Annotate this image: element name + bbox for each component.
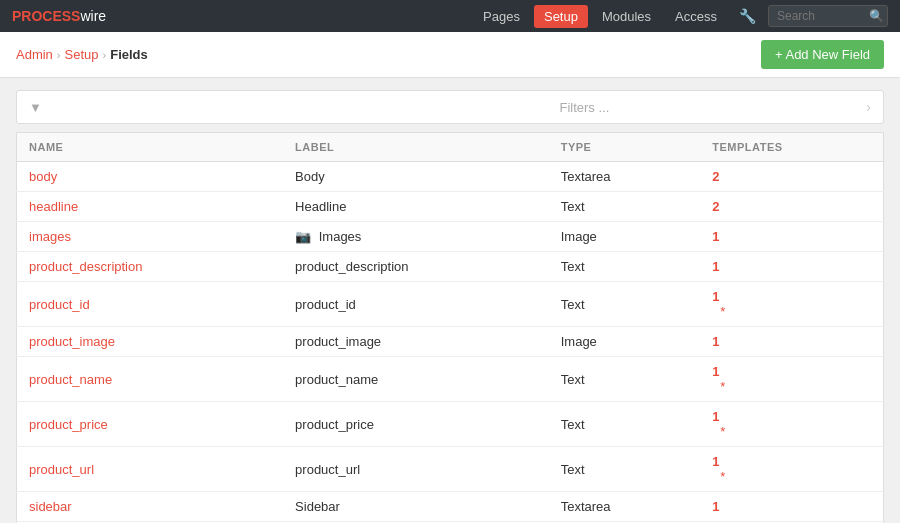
table-row: product_priceproduct_priceText1* (17, 402, 884, 447)
filter-expand-icon: › (866, 99, 871, 115)
logo-process: PROCESS (12, 8, 80, 24)
field-name-link[interactable]: product_price (29, 417, 108, 432)
field-templates: 2 (700, 192, 883, 222)
nav-pages[interactable]: Pages (473, 5, 530, 28)
field-templates: 1 (700, 252, 883, 282)
table-row: product_nameproduct_nameText1* (17, 357, 884, 402)
field-name-link[interactable]: product_description (29, 259, 142, 274)
nav: Pages Setup Modules Access 🔧 🔍 (473, 5, 888, 28)
breadcrumb-links: Admin › Setup › Fields (16, 47, 148, 62)
nav-setup[interactable]: Setup (534, 5, 588, 28)
table-row: product_imageproduct_imageImage1 (17, 327, 884, 357)
template-count: 1 (712, 259, 719, 274)
field-templates: 1 (700, 222, 883, 252)
table-row: product_urlproduct_urlText1* (17, 447, 884, 492)
field-name-link[interactable]: product_id (29, 297, 90, 312)
template-count: 1 (712, 334, 719, 349)
breadcrumb-admin[interactable]: Admin (16, 47, 53, 62)
field-name-link[interactable]: product_name (29, 372, 112, 387)
template-count: 1 (712, 454, 719, 469)
field-type: Text (549, 192, 701, 222)
template-count: 1 (712, 289, 719, 304)
logo-wire: wire (80, 8, 106, 24)
field-type: Text (549, 402, 701, 447)
add-new-field-button-top[interactable]: + Add New Field (761, 40, 884, 69)
template-count: 1 (712, 229, 719, 244)
table-row: sidebarSidebarTextarea1 (17, 492, 884, 522)
template-count: 1 (712, 364, 719, 379)
field-label: product_id (283, 282, 549, 327)
field-templates: 1 (700, 492, 883, 522)
template-count: 1 (712, 499, 719, 514)
field-type: Textarea (549, 162, 701, 192)
field-templates: 2 (700, 162, 883, 192)
field-type: Text (549, 282, 701, 327)
field-name-link[interactable]: sidebar (29, 499, 72, 514)
breadcrumb-current: Fields (110, 47, 148, 62)
table-row: product_descriptionproduct_descriptionTe… (17, 252, 884, 282)
filters-bar[interactable]: ▼ Filters ... › (16, 90, 884, 124)
field-templates: 1* (700, 282, 883, 327)
header: PROCESSwire Pages Setup Modules Access 🔧… (0, 0, 900, 32)
field-label: Sidebar (283, 492, 549, 522)
filters-text: Filters ... (559, 100, 609, 115)
breadcrumb-sep1: › (57, 49, 61, 61)
field-name-link[interactable]: body (29, 169, 57, 184)
main-content: ▼ Filters ... › NAME LABEL TYPE TEMPLATE… (0, 78, 900, 523)
field-templates: 1* (700, 357, 883, 402)
action-icon[interactable]: * (720, 424, 725, 439)
field-label: product_description (283, 252, 549, 282)
camera-icon: 📷 (295, 229, 315, 244)
table-header-row: NAME LABEL TYPE TEMPLATES (17, 133, 884, 162)
logo: PROCESSwire (12, 8, 106, 24)
field-type: Image (549, 222, 701, 252)
field-type: Textarea (549, 492, 701, 522)
action-icon[interactable]: * (720, 304, 725, 319)
nav-access[interactable]: Access (665, 5, 727, 28)
field-name-link[interactable]: headline (29, 199, 78, 214)
fields-table: NAME LABEL TYPE TEMPLATES bodyBodyTextar… (16, 132, 884, 523)
search-wrap: 🔍 (768, 5, 888, 27)
wrench-icon[interactable]: 🔧 (731, 8, 764, 24)
nav-modules[interactable]: Modules (592, 5, 661, 28)
field-type: Image (549, 327, 701, 357)
breadcrumb-setup[interactable]: Setup (65, 47, 99, 62)
col-templates: TEMPLATES (700, 133, 883, 162)
field-label: 📷 Images (283, 222, 549, 252)
table-body: bodyBodyTextarea2headlineHeadlineText2im… (17, 162, 884, 524)
table-row: headlineHeadlineText2 (17, 192, 884, 222)
field-label: product_name (283, 357, 549, 402)
table-row: bodyBodyTextarea2 (17, 162, 884, 192)
field-name-link[interactable]: images (29, 229, 71, 244)
field-name-link[interactable]: product_image (29, 334, 115, 349)
action-icon[interactable]: * (720, 379, 725, 394)
template-count: 1 (712, 409, 719, 424)
field-label: product_image (283, 327, 549, 357)
search-button[interactable]: 🔍 (869, 9, 884, 23)
table-row: images📷 ImagesImage1 (17, 222, 884, 252)
template-count: 2 (712, 169, 719, 184)
col-label: LABEL (283, 133, 549, 162)
field-type: Text (549, 447, 701, 492)
field-label: Body (283, 162, 549, 192)
field-label: product_price (283, 402, 549, 447)
template-count: 2 (712, 199, 719, 214)
field-label: Headline (283, 192, 549, 222)
col-type: TYPE (549, 133, 701, 162)
col-name: NAME (17, 133, 284, 162)
field-type: Text (549, 357, 701, 402)
field-label: product_url (283, 447, 549, 492)
field-templates: 1 (700, 327, 883, 357)
action-icon[interactable]: * (720, 469, 725, 484)
field-templates: 1* (700, 447, 883, 492)
breadcrumb-sep2: › (103, 49, 107, 61)
table-row: product_idproduct_idText1* (17, 282, 884, 327)
field-templates: 1* (700, 402, 883, 447)
field-name-link[interactable]: product_url (29, 462, 94, 477)
filters-icon: ▼ (29, 100, 42, 115)
field-type: Text (549, 252, 701, 282)
breadcrumb: Admin › Setup › Fields + Add New Field (0, 32, 900, 78)
